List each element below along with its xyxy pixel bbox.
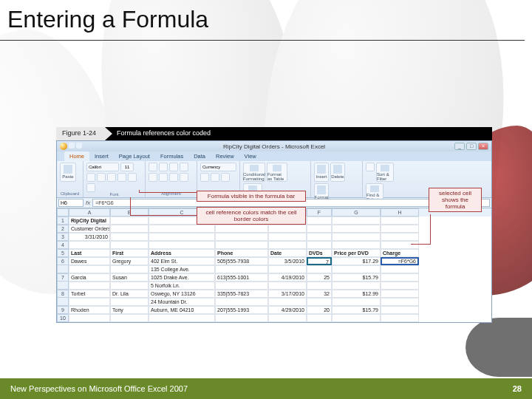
align-top-button[interactable] [149, 163, 157, 171]
cell[interactable] [381, 216, 419, 225]
cell[interactable]: Tony [110, 306, 149, 314]
cell[interactable]: First [110, 249, 149, 257]
cell[interactable]: Dr. Lila [110, 290, 149, 298]
cell[interactable]: 4/19/2010 [268, 273, 307, 282]
cell[interactable] [307, 225, 332, 233]
row-header[interactable] [57, 265, 69, 273]
cell[interactable] [332, 265, 381, 273]
cell[interactable] [332, 233, 381, 241]
ribbon-tab-page-layout[interactable]: Page Layout [114, 151, 155, 161]
name-box[interactable]: H6 [58, 199, 83, 207]
ribbon-tab-home[interactable]: Home [64, 151, 89, 161]
row-header[interactable]: 1 [57, 216, 69, 225]
cell[interactable] [69, 241, 110, 249]
font-color-button[interactable] [86, 183, 95, 192]
cell[interactable] [268, 233, 307, 241]
cell[interactable]: $12.99 [332, 290, 381, 298]
cell[interactable]: $17.29 [332, 257, 381, 265]
cell[interactable]: 25 [307, 273, 332, 282]
cell[interactable] [268, 241, 307, 249]
border-button[interactable] [117, 173, 126, 182]
cell[interactable]: 4/29/2010 [268, 306, 307, 314]
cell[interactable] [307, 314, 332, 322]
cell[interactable] [332, 298, 381, 306]
cell[interactable]: 3/17/2010 [268, 290, 307, 298]
cell[interactable] [268, 282, 307, 290]
cell[interactable]: 505|555-7938 [215, 257, 268, 265]
cell[interactable]: 7 [307, 257, 332, 265]
cell[interactable]: 207|555-1993 [215, 306, 268, 314]
currency-button[interactable] [200, 173, 209, 182]
cell[interactable]: Address [149, 249, 215, 257]
cell[interactable]: 24 Mountain Dr. [149, 298, 215, 306]
cell[interactable] [332, 241, 381, 249]
cell[interactable]: 402 Elm St. [149, 257, 215, 265]
cell[interactable]: DVDs [307, 249, 332, 257]
cell[interactable]: Susan [110, 273, 149, 282]
align-middle-button[interactable] [159, 163, 168, 171]
maximize-button[interactable]: □ [466, 143, 477, 150]
bold-button[interactable] [86, 173, 95, 182]
cell[interactable] [268, 298, 307, 306]
cell[interactable]: =F6*G6 [381, 257, 419, 265]
cell[interactable] [69, 282, 110, 290]
cell[interactable] [215, 233, 268, 241]
cell[interactable] [110, 298, 149, 306]
cell[interactable] [268, 225, 307, 233]
row-header[interactable] [57, 282, 69, 290]
cell[interactable] [110, 233, 149, 241]
close-button[interactable]: × [478, 143, 488, 150]
cell[interactable] [149, 314, 215, 322]
cell[interactable]: 3/5/2010 [268, 257, 307, 265]
cell[interactable]: Date [268, 249, 307, 257]
cell[interactable] [268, 314, 307, 322]
cell[interactable] [149, 225, 215, 233]
cell[interactable] [381, 233, 419, 241]
cell[interactable] [381, 241, 419, 249]
row-header[interactable]: 5 [57, 249, 69, 257]
cell[interactable] [381, 265, 419, 273]
cell[interactable]: 5 Norfolk Ln. [149, 282, 215, 290]
cell[interactable]: 135 College Ave. [149, 265, 215, 273]
ribbon-tab-view[interactable]: View [239, 151, 262, 161]
align-left-button[interactable] [149, 173, 157, 182]
cell[interactable]: 335|555-7823 [215, 290, 268, 298]
cell[interactable]: Customer Orders [69, 225, 110, 233]
percent-button[interactable] [211, 173, 219, 182]
ribbon-tab-review[interactable]: Review [211, 151, 239, 161]
cell[interactable] [110, 314, 149, 322]
cell[interactable] [110, 225, 149, 233]
cell[interactable] [268, 265, 307, 273]
comma-button[interactable] [221, 173, 230, 182]
cell[interactable] [307, 216, 332, 225]
cell[interactable]: Charge [381, 249, 419, 257]
cell[interactable] [110, 282, 149, 290]
cell[interactable] [381, 314, 419, 322]
cell[interactable] [149, 233, 215, 241]
align-right-button[interactable] [169, 173, 178, 182]
underline-button[interactable] [107, 173, 116, 182]
cell[interactable]: Phone [215, 249, 268, 257]
cell[interactable] [381, 290, 419, 298]
row-header[interactable]: 3 [57, 233, 69, 241]
cell[interactable] [332, 282, 381, 290]
merge-button[interactable] [180, 173, 188, 182]
cell[interactable]: 20 [307, 306, 332, 314]
cell[interactable] [381, 273, 419, 282]
format-as-table-button[interactable]: Format as Table [267, 163, 287, 182]
cell[interactable] [332, 216, 381, 225]
row-header[interactable]: 10 [57, 314, 69, 322]
cell[interactable] [307, 298, 332, 306]
column-header[interactable]: H [381, 208, 419, 216]
align-center-button[interactable] [159, 173, 168, 182]
row-header[interactable]: 6 [57, 257, 69, 265]
wrap-text-button[interactable] [180, 163, 188, 171]
cell[interactable]: Dawes [69, 257, 110, 265]
fx-icon[interactable]: fx [83, 200, 92, 206]
cell[interactable] [149, 241, 215, 249]
insert-button[interactable]: Insert [314, 163, 329, 182]
cell[interactable] [307, 241, 332, 249]
ribbon-tab-data[interactable]: Data [188, 151, 211, 161]
row-header[interactable] [57, 298, 69, 306]
office-button-icon[interactable] [60, 143, 67, 150]
